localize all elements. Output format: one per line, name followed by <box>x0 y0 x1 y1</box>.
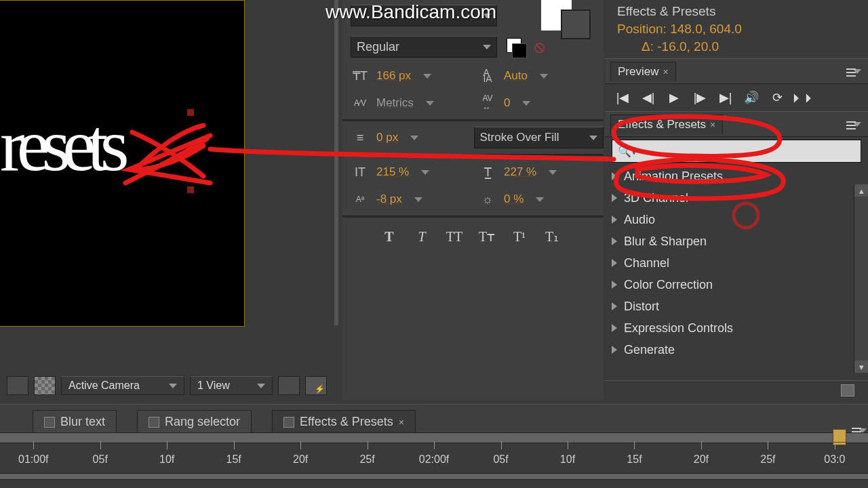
tree-item-color-correction[interactable]: Color Correction <box>605 274 868 296</box>
views-value: 1 View <box>197 380 230 392</box>
allcaps-button[interactable]: TT <box>444 228 465 245</box>
tick: 15f <box>601 453 667 466</box>
timeline-tabstrip: Blur text Rang selector Effects & Preset… <box>0 404 868 433</box>
effects-tab[interactable]: Effects & Presets × <box>610 115 723 134</box>
effects-search-field[interactable]: 🔍▾ <box>612 140 861 163</box>
tracking-dropdown[interactable] <box>522 101 530 106</box>
play-button[interactable]: ▶ <box>666 89 682 106</box>
vscale-value[interactable]: 215 % <box>376 165 409 179</box>
effects-tree: Animation Presets 3D Channel Audio Blur … <box>605 165 868 361</box>
project-tab-0[interactable]: Blur text <box>33 410 117 433</box>
no-fill-icon[interactable]: ⦸ <box>530 37 549 56</box>
tsume-value[interactable]: 0 % <box>504 192 524 206</box>
baseline-dropdown[interactable] <box>414 197 422 202</box>
prev-frame-button[interactable]: ◀| <box>640 89 656 106</box>
project-tab-2[interactable]: Effects & Presets× <box>272 410 416 433</box>
smallcaps-button[interactable]: Tᴛ <box>477 228 497 245</box>
tsume-icon: ☼ <box>478 190 497 209</box>
info-delta: Δ: -16.0, 20.0 <box>617 38 856 56</box>
preview-tab[interactable]: Preview × <box>610 62 676 81</box>
stroke-width-value[interactable]: 0 px <box>376 131 398 144</box>
close-icon[interactable]: × <box>663 66 668 77</box>
panel-menu-icon[interactable] <box>853 122 861 127</box>
tree-item-channel[interactable]: Channel <box>605 252 868 274</box>
font-size-icon: ₸T <box>351 66 370 85</box>
font-size-value[interactable]: 166 px <box>376 69 411 83</box>
viewport-scrollbar[interactable] <box>334 0 338 325</box>
tick: 01:00f <box>0 453 66 466</box>
tree-item-animation-presets[interactable]: Animation Presets <box>605 165 868 187</box>
scroll-up-icon[interactable]: ▴ <box>854 184 868 197</box>
ram-preview-button[interactable]: ⏵⏵ <box>795 89 811 106</box>
close-icon[interactable]: × <box>399 417 404 428</box>
search-icon: 🔍▾ <box>618 145 637 158</box>
pixel-aspect-button[interactable] <box>278 376 300 395</box>
baseline-value[interactable]: -8 px <box>376 192 402 206</box>
preview-panel-header: Preview × <box>605 58 868 84</box>
new-bin-icon[interactable] <box>841 384 854 396</box>
scroll-down-icon[interactable]: ▾ <box>854 361 868 373</box>
tick: 03:0 <box>802 453 868 466</box>
comp-text-layer: resets <box>0 102 121 188</box>
faux-bold-button[interactable]: T <box>379 228 399 245</box>
tick: 10f <box>134 453 200 466</box>
character-panel: Regular ⦸ ₸T 166 px AIA Auto A⁄V Metrics… <box>342 0 604 400</box>
composition-viewport[interactable]: resets <box>0 0 245 327</box>
effects-scrollbar[interactable]: ▴ ▾ <box>854 184 868 373</box>
preview-tab-label: Preview <box>618 65 658 79</box>
effects-search-input[interactable] <box>637 145 855 157</box>
tree-item-audio[interactable]: Audio <box>605 209 868 230</box>
view-layout-select[interactable]: 1 View <box>190 376 273 395</box>
close-icon[interactable]: × <box>710 119 715 130</box>
last-frame-button[interactable]: ▶| <box>717 89 734 106</box>
anchor-point-marker <box>187 186 194 193</box>
font-family-select[interactable] <box>351 5 497 26</box>
mute-button[interactable]: 🔊 <box>743 89 760 106</box>
panel-menu-icon[interactable] <box>853 69 861 74</box>
tick: 02:00f <box>401 453 467 466</box>
tracking-value[interactable]: 0 <box>504 96 510 110</box>
camera-select-value: Active Camera <box>68 380 140 392</box>
time-ruler-bottom[interactable] <box>0 473 868 480</box>
subscript-button[interactable]: T₁ <box>542 228 562 245</box>
toggle-mask-button[interactable] <box>34 376 56 395</box>
loop-button[interactable]: ⟳ <box>769 89 785 106</box>
effects-tab-label: Effects & Presets <box>618 118 706 131</box>
tree-item-3d-channel[interactable]: 3D Channel <box>605 187 868 209</box>
stroke-width-dropdown[interactable] <box>410 136 418 140</box>
project-tab-1[interactable]: Rang selector <box>137 410 252 433</box>
next-frame-button[interactable]: |▶ <box>692 89 708 106</box>
faux-italic-button[interactable]: T <box>412 228 432 245</box>
timeline-area[interactable]: 01:00f 05f 10f 15f 20f 25f 02:00f 05f 10… <box>0 432 868 488</box>
playhead-marker[interactable] <box>833 429 846 443</box>
first-frame-button[interactable]: |◀ <box>614 89 631 106</box>
toggle-transparency-button[interactable] <box>7 376 28 395</box>
superscript-button[interactable]: T¹ <box>509 228 530 245</box>
hscale-dropdown[interactable] <box>549 170 557 175</box>
leading-value[interactable]: Auto <box>504 69 528 83</box>
vscale-icon: IT <box>351 163 370 182</box>
anchor-point-marker <box>187 109 194 116</box>
tree-item-blur-sharpen[interactable]: Blur & Sharpen <box>605 230 868 252</box>
tick: 05f <box>467 453 534 466</box>
tree-item-generate[interactable]: Generate <box>605 339 868 361</box>
tree-item-distort[interactable]: Distort <box>605 296 868 317</box>
kerning-value[interactable]: Metrics <box>376 96 414 110</box>
info-position: Position: 148.0, 604.0 <box>617 20 856 38</box>
tick: 25f <box>734 453 801 466</box>
fast-preview-button[interactable]: ⚡ <box>305 376 327 395</box>
tsume-dropdown[interactable] <box>536 197 544 202</box>
leading-dropdown[interactable] <box>540 74 548 79</box>
hscale-value[interactable]: 227 % <box>504 165 536 179</box>
tree-item-expression-controls[interactable]: Expression Controls <box>605 317 868 339</box>
fill-stroke-swatch[interactable] <box>507 38 524 56</box>
leading-icon: AIA <box>478 66 497 85</box>
tick: 15f <box>200 453 267 466</box>
vscale-dropdown[interactable] <box>421 170 429 175</box>
font-style-select[interactable]: Regular <box>351 36 497 58</box>
stroke-width-icon: ≡ <box>351 128 370 147</box>
camera-select[interactable]: Active Camera <box>61 376 184 395</box>
font-size-dropdown[interactable] <box>423 74 431 79</box>
kerning-dropdown[interactable] <box>426 101 434 106</box>
stroke-order-select[interactable]: Stroke Over Fill <box>474 127 604 148</box>
